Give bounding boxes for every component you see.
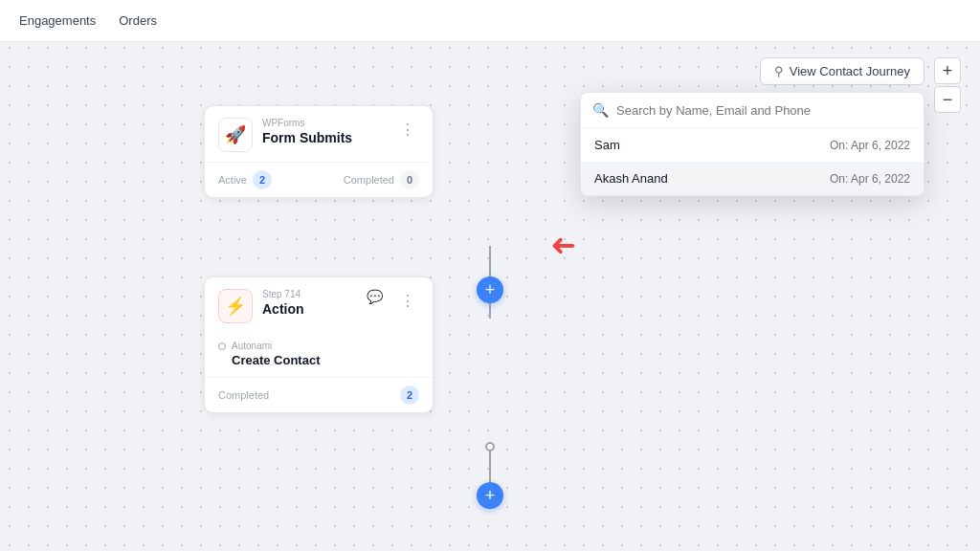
nav-orders[interactable]: Orders (119, 10, 157, 32)
nav-engagements[interactable]: Engagements (19, 10, 96, 32)
action-subtitle: Step 714 (262, 289, 357, 299)
completed-label: Completed (344, 174, 394, 186)
node-menu-button[interactable]: ⋮ (396, 118, 419, 141)
action-content: Autonami Create Contact (205, 333, 433, 377)
contact-date-0: On: Apr 6, 2022 (830, 139, 910, 152)
action-title: Action (262, 301, 357, 317)
canvas: + − ⚲ View Contact Journey 🚀 WPForms For… (0, 42, 980, 551)
search-bar: 🔍 (581, 93, 924, 128)
zoom-controls: + − (934, 57, 961, 113)
connector-line-2 (489, 303, 491, 319)
add-node-button-1[interactable]: + (477, 276, 503, 303)
connector-line-3 (489, 452, 491, 482)
node-title: Form Submits (262, 130, 387, 145)
zoom-in-button[interactable]: + (934, 57, 961, 84)
top-nav: Engagements Orders (0, 0, 980, 42)
view-journey-label: View Contact Journey (790, 64, 910, 78)
node-icon-wrap: 🚀 (218, 118, 253, 152)
zoom-out-button[interactable]: − (934, 86, 961, 113)
view-contact-journey-button[interactable]: ⚲ View Contact Journey (760, 57, 924, 85)
contact-name-1: Akash Anand (594, 171, 668, 186)
completed-badge: 0 (400, 170, 419, 189)
node-text-wrap: WPForms Form Submits (262, 118, 387, 145)
action-provider: Autonami (218, 341, 419, 351)
action-completed-badge: 2 (400, 386, 419, 405)
chat-icon[interactable]: 💬 (367, 289, 383, 304)
contact-row[interactable]: Akash Anand On: Apr 6, 2022 (581, 162, 924, 195)
active-badge: 2 (253, 170, 272, 189)
arrow-indicator: ➜ (550, 227, 576, 263)
provider-name: Autonami (232, 341, 272, 351)
action-node: ⚡ Step 714 Action 💬 ⋮ Autonami Create Co… (204, 276, 434, 413)
action-footer: Completed 2 (205, 377, 433, 412)
rocket-icon: 🚀 (225, 124, 246, 145)
form-submits-node: 🚀 WPForms Form Submits ⋮ Active 2 Comple… (204, 105, 434, 198)
connector-dot-1 (485, 442, 495, 452)
node-header: 🚀 WPForms Form Submits ⋮ (205, 106, 433, 162)
contact-name-0: Sam (594, 138, 620, 152)
action-node-header: ⚡ Step 714 Action 💬 ⋮ (205, 277, 433, 333)
action-menu-button[interactable]: ⋮ (396, 289, 419, 312)
active-label: Active (218, 174, 247, 186)
action-text-wrap: Step 714 Action (262, 289, 357, 317)
provider-dot (218, 342, 226, 350)
contact-date-1: On: Apr 6, 2022 (830, 172, 910, 186)
contact-row[interactable]: Sam On: Apr 6, 2022 (581, 128, 924, 162)
add-node-button-2[interactable]: + (477, 482, 503, 509)
contact-list: Sam On: Apr 6, 2022 Akash Anand On: Apr … (581, 128, 924, 195)
action-icon-wrap: ⚡ (218, 289, 253, 323)
search-input[interactable] (616, 103, 912, 118)
journey-dropdown: 🔍 Sam On: Apr 6, 2022 Akash Anand On: Ap… (580, 92, 924, 196)
connector-line-1 (489, 246, 491, 276)
search-icon: 🔍 (592, 102, 609, 118)
filter-icon: ⚲ (774, 64, 784, 78)
node-footer: Active 2 Completed 0 (205, 162, 433, 197)
action-completed-label: Completed (218, 389, 269, 401)
provider-action: Create Contact (218, 353, 419, 367)
bolt-icon: ⚡ (225, 296, 246, 317)
node-subtitle: WPForms (262, 118, 387, 128)
